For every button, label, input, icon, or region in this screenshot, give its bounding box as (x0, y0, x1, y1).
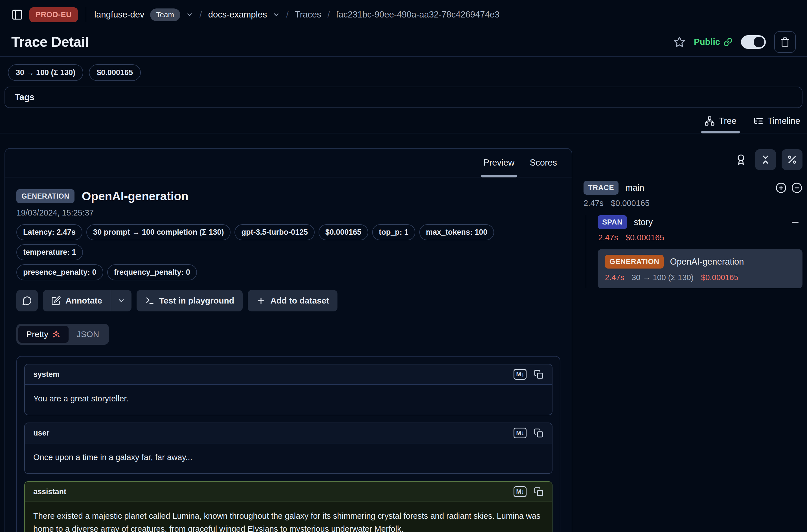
annotate-label: Annotate (65, 296, 102, 305)
public-toggle[interactable] (741, 35, 766, 49)
tree-node-span[interactable]: SPAN story (598, 215, 803, 229)
generation-node-header: GENERATION OpenAI-generation (605, 255, 795, 268)
span-type-badge: SPAN (598, 215, 627, 229)
trace-metrics: 2.47s $0.000165 (583, 198, 803, 208)
markdown-toggle-icon[interactable]: M↓ (513, 428, 527, 438)
trace-tree-panel: TRACE main 2.47s $0.000165 SPAN (583, 148, 803, 288)
show-metrics-percent-button[interactable] (782, 149, 803, 170)
sparkles-icon (52, 330, 61, 339)
message-role: user (33, 429, 50, 437)
trace-type-badge: TRACE (583, 181, 619, 195)
edit-icon (51, 296, 61, 305)
actions-row: Annotate Test in playground Add to data (16, 290, 560, 311)
expand-all-button[interactable] (775, 182, 787, 193)
message-header: assistant M↓ (25, 482, 552, 502)
annotate-dropdown-button[interactable] (111, 290, 131, 311)
format-toggle: Pretty JSON (16, 324, 109, 345)
chevron-down-icon[interactable] (273, 11, 280, 18)
breadcrumb-project[interactable]: docs-examples (208, 10, 267, 20)
tree-icon (705, 116, 715, 126)
message-system: system M↓ You are a great storyteller. (24, 364, 552, 415)
tab-preview[interactable]: Preview (477, 149, 521, 177)
delete-trace-button[interactable] (774, 31, 796, 53)
award-icon (735, 154, 747, 165)
model-badge[interactable]: gpt-3.5-turbo-0125 (234, 224, 315, 240)
copy-icon[interactable] (534, 428, 543, 438)
message-user: user M↓ Once upon a time in a galaxy far… (24, 422, 552, 474)
tree-node-trace[interactable]: TRACE main (583, 181, 803, 195)
test-in-playground-button[interactable]: Test in playground (136, 290, 243, 311)
tree-node-generation-selected[interactable]: GENERATION OpenAI-generation 2.47s 30 → … (598, 249, 803, 288)
breadcrumb-separator: / (327, 10, 331, 20)
comment-icon (22, 296, 32, 306)
trace-subtree: SPAN story 2.47s $0.000165 GENERATION Op… (586, 215, 803, 288)
bookmark-star-button[interactable] (674, 36, 686, 48)
tab-tree[interactable]: Tree (705, 116, 736, 133)
playground-label: Test in playground (159, 296, 234, 305)
public-label: Public (694, 37, 720, 47)
collapse-tree-button[interactable] (791, 182, 803, 193)
circle-plus-icon (775, 182, 787, 193)
title-actions: Public (674, 31, 796, 53)
timeline-icon (753, 116, 764, 126)
json-view-toggle[interactable]: JSON (69, 326, 107, 343)
tab-scores-label: Scores (530, 158, 557, 168)
message-assistant: assistant M↓ There existed a majestic pl… (24, 481, 552, 532)
add-to-dataset-button[interactable]: Add to dataset (248, 290, 337, 311)
observation-params-row: Latency: 2.47s 30 prompt → 100 completio… (16, 224, 560, 260)
collapse-all-button[interactable] (755, 149, 776, 170)
messages-container: system M↓ You are a great storyteller. (16, 356, 560, 532)
terminal-icon (145, 296, 155, 305)
chevron-down-icon[interactable] (186, 11, 193, 18)
generation-name: OpenAI-generation (670, 257, 744, 267)
public-link[interactable]: Public (694, 37, 732, 47)
copy-icon[interactable] (534, 369, 543, 379)
generation-latency: 2.47s (605, 273, 624, 282)
copy-icon[interactable] (534, 487, 543, 496)
trace-name: main (625, 183, 644, 193)
span-latency: 2.47s (598, 233, 618, 242)
generation-cost: $0.000165 (701, 273, 738, 282)
token-usage-badge: 30 → 100 (Σ 130) (8, 64, 83, 81)
frequency-penalty-badge: frequency_penalty: 0 (107, 264, 197, 280)
breadcrumb-trace-id: fac231bc-90ee-490a-aa32-78c4269474e3 (336, 10, 500, 20)
markdown-toggle-icon[interactable]: M↓ (513, 486, 527, 497)
temperature-badge: temperature: 1 (16, 244, 83, 260)
tags-section[interactable]: Tags (4, 87, 803, 108)
message-content: Once upon a time in a galaxy far, far aw… (25, 443, 552, 473)
main-content: Preview Scores GENERATION OpenAI-generat… (0, 133, 807, 532)
comment-button[interactable] (16, 290, 38, 311)
generation-metrics: 2.47s 30 → 100 (Σ 130) $0.000165 (605, 273, 795, 282)
observation-name: OpenAI-generation (82, 190, 188, 203)
sidebar-toggle-button[interactable] (11, 9, 23, 21)
tab-tree-label: Tree (719, 116, 736, 126)
pretty-label: Pretty (26, 329, 48, 339)
plus-icon (256, 296, 266, 305)
markdown-toggle-icon[interactable]: M↓ (513, 369, 527, 380)
collapse-node-button[interactable] (790, 217, 800, 227)
panel-left-icon (11, 9, 23, 21)
tab-timeline[interactable]: Timeline (753, 116, 800, 133)
breadcrumb-traces-link[interactable]: Traces (295, 10, 321, 20)
breadcrumb: langfuse-dev Team / docs-examples / Trac… (94, 8, 500, 21)
page-title: Trace Detail (11, 34, 89, 50)
message-header: user M↓ (25, 423, 552, 443)
breadcrumb-separator: / (285, 10, 289, 20)
percent-icon (787, 154, 797, 165)
message-header-actions: M↓ (513, 486, 543, 497)
link-icon (724, 38, 732, 46)
message-content: You are a great storyteller. (25, 385, 552, 415)
observation-body: GENERATION OpenAI-generation 19/03/2024,… (5, 177, 572, 532)
pretty-view-toggle[interactable]: Pretty (18, 326, 69, 343)
message-role: system (33, 370, 59, 379)
environment-badge[interactable]: PROD-EU (29, 7, 78, 22)
span-cost: $0.000165 (625, 233, 664, 242)
tab-scores[interactable]: Scores (524, 149, 563, 177)
star-icon (674, 36, 686, 48)
presence-penalty-badge: presence_penalty: 0 (16, 264, 103, 280)
json-label: JSON (76, 329, 99, 339)
scores-award-button[interactable] (735, 154, 747, 165)
breadcrumb-org[interactable]: langfuse-dev (94, 10, 145, 20)
span-name: story (634, 217, 653, 227)
annotate-button[interactable]: Annotate (43, 290, 131, 311)
